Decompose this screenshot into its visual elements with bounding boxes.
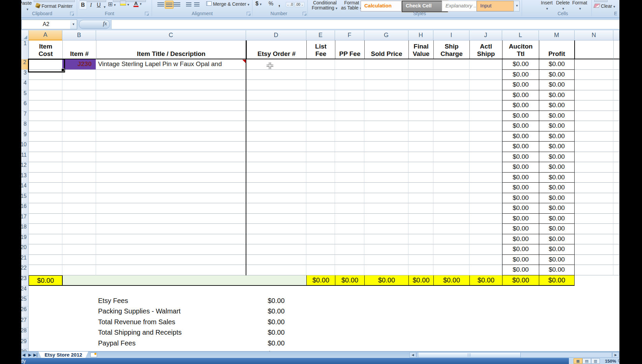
column-header-C[interactable]: C (96, 30, 246, 40)
cell-E22[interactable] (306, 265, 335, 275)
cell-M3[interactable]: $0.00 (539, 70, 575, 80)
cell-F6[interactable] (335, 100, 364, 111)
cell-L20[interactable]: $0.00 (502, 244, 539, 255)
cell-D29[interactable]: $0.00 (246, 339, 306, 350)
cell-D12[interactable] (246, 162, 306, 173)
cell-B3[interactable] (62, 70, 96, 80)
cell-F17[interactable] (335, 214, 364, 224)
cell-J7[interactable] (469, 111, 502, 121)
cell-G9[interactable] (364, 131, 408, 142)
cell-B7[interactable] (62, 111, 96, 121)
cell-N15[interactable] (575, 193, 613, 204)
cell-J21[interactable] (469, 255, 502, 265)
cell-H22[interactable] (408, 265, 433, 275)
cell-G18[interactable] (364, 224, 408, 234)
percent-style-button[interactable]: % (269, 1, 273, 7)
cell-C4[interactable] (96, 80, 246, 90)
cell-G4[interactable] (364, 80, 408, 90)
cell-I18[interactable] (433, 224, 469, 234)
cell-A10[interactable] (29, 142, 62, 152)
cell-M12[interactable]: $0.00 (539, 162, 575, 173)
cell-B15[interactable] (62, 193, 96, 204)
cell-E5[interactable] (306, 90, 335, 101)
cell-D22[interactable] (246, 265, 306, 275)
fill-handle[interactable] (61, 68, 64, 71)
cell-E2[interactable] (306, 59, 335, 70)
cell-H13[interactable] (408, 173, 433, 183)
cell-C16[interactable] (96, 203, 246, 214)
font-color-button[interactable]: A▼ (133, 0, 142, 7)
cell-J10[interactable] (469, 142, 502, 152)
cell-C7[interactable] (96, 111, 246, 121)
cell-L5[interactable]: $0.00 (502, 90, 539, 101)
cell-E7[interactable] (306, 111, 335, 121)
decrease-decimal-button[interactable]: .00→ (295, 2, 305, 7)
cell-J23[interactable]: $0.00 (469, 275, 502, 286)
cell-M20[interactable]: $0.00 (539, 244, 575, 255)
cell-D19[interactable] (246, 234, 306, 245)
cell-J11[interactable] (469, 152, 502, 162)
cell-style-input[interactable]: Input (477, 1, 519, 11)
first-sheet-arrow[interactable]: ◀ (22, 353, 25, 357)
cell-C29[interactable]: Paypal Fees (96, 339, 246, 350)
cell-E10[interactable] (306, 142, 335, 152)
format-as-table-button[interactable]: Format as Table▼ (341, 0, 362, 11)
hscroll-thumb[interactable]: ||| (418, 352, 521, 358)
cell-B10[interactable] (62, 142, 96, 152)
cell-L10[interactable]: $0.00 (502, 142, 539, 152)
cell-H20[interactable] (408, 244, 433, 255)
cell-A23[interactable]: $0.00 (29, 275, 62, 286)
cell-A5[interactable] (29, 90, 62, 101)
cell-F20[interactable] (335, 244, 364, 255)
normal-view-button[interactable]: ▦ (574, 358, 582, 364)
cell-B22[interactable] (62, 265, 96, 275)
cell-D6[interactable] (246, 100, 306, 111)
cell-G13[interactable] (364, 173, 408, 183)
cell-F12[interactable] (335, 162, 364, 173)
cell-I3[interactable] (433, 70, 469, 80)
cell-E17[interactable] (306, 214, 335, 224)
insert-worksheet-icon[interactable] (90, 353, 97, 357)
cell-C18[interactable] (96, 224, 246, 234)
cell-F7[interactable] (335, 111, 364, 121)
cell-A7[interactable] (29, 111, 62, 121)
cell-I2[interactable] (433, 59, 469, 70)
cell-B5[interactable] (62, 90, 96, 101)
cell-E1[interactable]: List Fee (306, 40, 335, 59)
cell-A22[interactable] (29, 265, 62, 275)
cell-E16[interactable] (306, 203, 335, 214)
cell-D21[interactable] (246, 255, 306, 265)
hscroll-left-arrow[interactable]: ◀ (409, 352, 416, 358)
cell-M16[interactable]: $0.00 (539, 203, 575, 214)
cell-L9[interactable]: $0.00 (502, 131, 539, 142)
cell-E6[interactable] (306, 100, 335, 111)
cell-F10[interactable] (335, 142, 364, 152)
cell-L22[interactable]: $0.00 (502, 265, 539, 275)
cell-H23[interactable]: $0.00 (408, 275, 433, 286)
cell-N1[interactable] (575, 40, 613, 59)
cell-I14[interactable] (433, 183, 469, 193)
cell-I23[interactable]: $0.00 (433, 275, 469, 286)
cell-G16[interactable] (364, 203, 408, 214)
cell-J5[interactable] (469, 90, 502, 101)
cell-A18[interactable] (29, 224, 62, 234)
cell-F8[interactable] (335, 121, 364, 131)
cell-E19[interactable] (306, 234, 335, 245)
cell-N17[interactable] (575, 214, 613, 224)
cell-I20[interactable] (433, 244, 469, 255)
cell-L23[interactable]: $0.00 (502, 275, 539, 286)
cell-J1[interactable]: Actl Shipp (469, 40, 502, 59)
cell-J16[interactable] (469, 203, 502, 214)
cell-I15[interactable] (433, 193, 469, 204)
cell-L13[interactable]: $0.00 (502, 173, 539, 183)
cell-G6[interactable] (364, 100, 408, 111)
cell-L1[interactable]: Auciton Ttl (502, 40, 539, 59)
cell-N10[interactable] (575, 142, 613, 152)
number-dialog-launcher-icon[interactable] (303, 12, 306, 16)
cell-A4[interactable] (29, 80, 62, 90)
column-header-H[interactable]: H (408, 30, 433, 40)
cell-D14[interactable] (246, 183, 306, 193)
cell-N3[interactable] (575, 70, 613, 80)
cell-I17[interactable] (433, 214, 469, 224)
cell-C21[interactable] (96, 255, 246, 265)
